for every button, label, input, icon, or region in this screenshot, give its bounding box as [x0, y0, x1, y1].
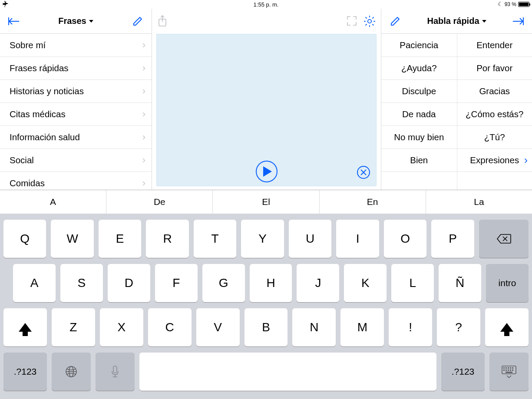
caret-down-icon: [482, 20, 486, 23]
key-k[interactable]: K: [344, 264, 387, 302]
quick-speech-title-label: Habla rápida: [427, 16, 479, 26]
key-p[interactable]: P: [431, 220, 474, 258]
quick-speech-label: No muy bien: [394, 132, 444, 142]
key-t[interactable]: T: [194, 220, 236, 258]
chevron-right-icon: ›: [142, 86, 145, 97]
key-y[interactable]: Y: [241, 220, 284, 258]
key-exclaim[interactable]: !: [389, 308, 432, 346]
quick-speech-panel: Habla rápida PacienciaEntender¿Ayuda?Por…: [381, 9, 532, 190]
key-m[interactable]: M: [340, 308, 384, 346]
quick-speech-cell[interactable]: ¿Cómo estás?: [457, 103, 532, 126]
key-e[interactable]: E: [99, 220, 141, 258]
chevron-right-icon: ›: [142, 155, 145, 166]
key-j[interactable]: J: [297, 264, 339, 302]
key-i[interactable]: I: [336, 220, 379, 258]
chevron-right-icon: ›: [524, 154, 528, 166]
list-item[interactable]: Frases rápidas›: [0, 57, 152, 80]
globe-key[interactable]: [52, 353, 91, 391]
key-question[interactable]: ?: [437, 308, 480, 346]
quick-speech-cell[interactable]: ¿Tú?: [457, 126, 532, 149]
symbols-key[interactable]: .?123: [441, 353, 485, 391]
key-s[interactable]: S: [60, 264, 103, 302]
play-button[interactable]: [256, 161, 278, 182]
key-c[interactable]: C: [148, 308, 192, 346]
quick-speech-cell[interactable]: ¿Ayuda?: [381, 57, 457, 80]
phrases-panel: Frases Sobre mí›Frases rápidas›Historias…: [0, 9, 152, 190]
quick-speech-cell[interactable]: Entender: [457, 34, 532, 57]
battery-icon: [518, 2, 529, 7]
settings-button[interactable]: [363, 15, 376, 27]
fullscreen-button[interactable]: [346, 15, 357, 27]
suggestion[interactable]: La: [426, 190, 532, 214]
compose-textarea[interactable]: [156, 34, 377, 186]
key-ñ[interactable]: Ñ: [439, 264, 481, 302]
dictation-key[interactable]: [96, 353, 135, 391]
quick-speech-label: Paciencia: [400, 40, 438, 50]
enter-key[interactable]: intro: [486, 264, 529, 302]
key-d[interactable]: D: [108, 264, 150, 302]
collapse-right-button[interactable]: [509, 16, 528, 26]
quick-speech-cell[interactable]: No muy bien: [381, 126, 457, 149]
quick-speech-cell[interactable]: Expresiones›: [457, 149, 532, 172]
key-l[interactable]: L: [391, 264, 434, 302]
quick-speech-cell[interactable]: Gracias: [457, 80, 532, 103]
key-u[interactable]: U: [289, 220, 331, 258]
share-button[interactable]: [157, 15, 168, 28]
svg-point-4: [368, 20, 371, 23]
edit-right-button[interactable]: [386, 16, 405, 27]
list-item[interactable]: Sobre mí›: [0, 34, 152, 57]
quick-speech-cell[interactable]: Paciencia: [381, 34, 457, 57]
key-x[interactable]: X: [100, 308, 143, 346]
key-q[interactable]: Q: [3, 220, 46, 258]
quick-speech-label: Expresiones: [470, 155, 519, 165]
svg-rect-29: [510, 367, 511, 369]
svg-rect-35: [512, 369, 513, 371]
svg-rect-30: [512, 367, 513, 369]
quick-speech-title-dropdown[interactable]: Habla rápida: [405, 16, 509, 26]
dismiss-keyboard-key[interactable]: [489, 353, 529, 391]
backspace-key[interactable]: [479, 220, 529, 258]
status-bar: 1:55 p. m. ☾ 93 %: [0, 0, 532, 9]
key-b[interactable]: B: [245, 308, 288, 346]
key-a[interactable]: A: [13, 264, 56, 302]
phrases-title-label: Frases: [58, 16, 86, 26]
key-g[interactable]: G: [202, 264, 245, 302]
quick-speech-cell[interactable]: De nada: [381, 103, 457, 126]
svg-rect-36: [506, 372, 512, 373]
quick-speech-cell[interactable]: Bien: [381, 149, 457, 172]
suggestion[interactable]: En: [320, 190, 426, 214]
clear-button[interactable]: [357, 166, 370, 179]
svg-rect-27: [506, 367, 507, 369]
chevron-right-icon: ›: [142, 40, 145, 51]
key-v[interactable]: V: [196, 308, 240, 346]
edit-left-button[interactable]: [128, 16, 147, 27]
list-item[interactable]: Citas médicas›: [0, 103, 152, 126]
list-item[interactable]: Historias y noticias›: [0, 80, 152, 103]
list-item[interactable]: Información salud›: [0, 126, 152, 149]
list-item-label: Sobre mí: [10, 40, 46, 50]
quick-speech-cell[interactable]: Disculpe: [381, 80, 457, 103]
key-z[interactable]: Z: [52, 308, 95, 346]
key-w[interactable]: W: [51, 220, 93, 258]
quick-speech-label: ¿Tú?: [484, 132, 505, 142]
shift-key[interactable]: [3, 308, 47, 346]
list-item[interactable]: Social›: [0, 149, 152, 172]
list-item[interactable]: Comidas›: [0, 172, 152, 190]
symbols-key[interactable]: .?123: [3, 353, 47, 391]
svg-rect-32: [506, 369, 507, 371]
suggestion[interactable]: A: [0, 190, 106, 214]
key-f[interactable]: F: [155, 264, 198, 302]
space-key[interactable]: [139, 353, 436, 391]
quick-speech-label: ¿Cómo estás?: [466, 109, 523, 119]
key-r[interactable]: R: [146, 220, 188, 258]
shift-key[interactable]: [485, 308, 529, 346]
status-time: 1:55 p. m.: [0, 1, 532, 8]
collapse-left-button[interactable]: [4, 16, 23, 26]
quick-speech-cell[interactable]: Por favor: [457, 57, 532, 80]
suggestion[interactable]: El: [213, 190, 319, 214]
key-o[interactable]: O: [384, 220, 426, 258]
phrases-title-dropdown[interactable]: Frases: [23, 16, 128, 26]
key-h[interactable]: H: [250, 264, 292, 302]
suggestion[interactable]: De: [106, 190, 213, 214]
key-n[interactable]: N: [292, 308, 336, 346]
